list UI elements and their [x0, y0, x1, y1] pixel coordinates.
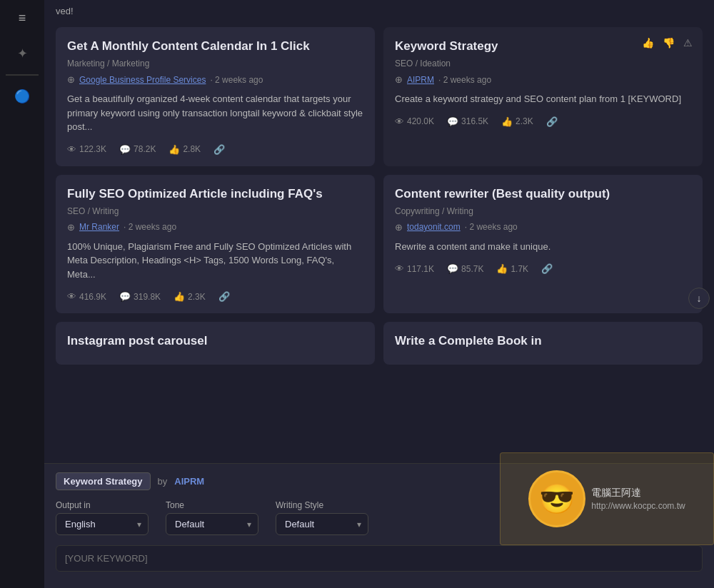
cards-grid: Get A Monthly Content Calendar In 1 Clic…	[56, 27, 703, 313]
main-area: ved! Get A Monthly Content Calendar In 1…	[44, 0, 714, 588]
card-4-title: Content rewriter (Best quality output)	[395, 186, 691, 202]
card-2-description: Create a keyword strategy and SEO conten…	[395, 92, 691, 106]
card-2-stats: 👁 420.0K 💬 316.5K 👍 2.3K 🔗	[395, 116, 691, 127]
eye-icon-2: 👁	[395, 116, 404, 127]
card-2-meta-link[interactable]: AIPRM	[407, 75, 434, 85]
card-3-meta-link[interactable]: Mr Ranker	[79, 222, 119, 232]
by-label: by	[158, 476, 168, 487]
globe-icon-2: ⊕	[395, 74, 403, 85]
output-in-select[interactable]: English Spanish French German	[56, 513, 149, 535]
output-select-wrapper: English Spanish French German	[56, 513, 149, 535]
thumbup-button[interactable]: 👍	[640, 36, 655, 50]
top-bar-text: ved!	[56, 6, 74, 16]
card-3-stats: 👁 416.9K 💬 319.8K 👍 2.3K 🔗	[67, 291, 363, 302]
chat-icon-1: 💬	[119, 144, 131, 155]
card-4-views: 👁 117.1K	[395, 263, 434, 274]
card-keyword-strategy[interactable]: 👍 👎 ⚠ Keyword Strategy SEO / Ideation ⊕ …	[383, 27, 703, 166]
card-2-comments: 💬 316.5K	[447, 116, 488, 127]
card-monthly-content[interactable]: Get A Monthly Content Calendar In 1 Clic…	[56, 27, 375, 166]
writing-style-label: Writing Style	[276, 500, 368, 510]
keyword-input[interactable]	[56, 545, 703, 572]
writing-style-select[interactable]: Default Academic Creative Persuasive	[276, 513, 368, 535]
tone-group: Tone Default Formal Casual Humorous	[166, 500, 258, 535]
card-1-meta-time: · 2 weeks ago	[210, 75, 263, 85]
card-4-meta-time: · 2 weeks ago	[465, 222, 518, 232]
card-4-description: Rewrite a content and make it unique.	[395, 240, 691, 254]
card-1-category: Marketing / Marketing	[67, 59, 363, 69]
writing-style-select-wrapper: Default Academic Creative Persuasive	[276, 513, 368, 535]
card-1-meta: ⊕ Google Business Profile Services · 2 w…	[67, 74, 363, 85]
card-3-category: SEO / Writing	[67, 206, 363, 216]
tone-select[interactable]: Default Formal Casual Humorous	[166, 513, 258, 535]
sidebar-item-2[interactable]: ✦	[0, 36, 44, 71]
keyword-strategy-badge: Keyword Strategy	[56, 472, 151, 490]
card-4-meta: ⊕ todayonit.com · 2 weeks ago	[395, 222, 691, 233]
thumb-icon-4: 👍	[496, 263, 508, 274]
chevron-down-icon: ↓	[697, 293, 702, 304]
card-seo-article[interactable]: Fully SEO Optimized Article including FA…	[56, 175, 375, 314]
chat-icon-3: 💬	[119, 291, 131, 302]
link-icon-3: 🔗	[218, 291, 230, 302]
card-3-meta-time: · 2 weeks ago	[124, 222, 176, 232]
tone-select-wrapper: Default Formal Casual Humorous	[166, 513, 258, 535]
chat-icon-4: 💬	[447, 263, 458, 274]
card-1-link: 🔗	[213, 144, 225, 155]
flag-button[interactable]: ⚠	[682, 36, 694, 50]
card-3-link: 🔗	[218, 291, 230, 302]
globe-icon-1: ⊕	[67, 74, 75, 85]
top-bar: ved!	[44, 0, 714, 21]
partial-card-2-title: Write a Complete Book in	[395, 333, 691, 349]
card-3-comments: 💬 319.8K	[119, 291, 161, 302]
output-in-label: Output in	[56, 500, 149, 510]
card-2-category: SEO / Ideation	[395, 59, 691, 69]
cards-area: Get A Monthly Content Calendar In 1 Clic…	[44, 21, 714, 463]
card-3-description: 100% Unique, Plagiarism Free and Fully S…	[67, 240, 363, 282]
output-in-group: Output in English Spanish French German	[56, 500, 149, 535]
globe-icon-4: ⊕	[395, 222, 403, 233]
scroll-down-button[interactable]: ↓	[688, 288, 710, 309]
card-1-title: Get A Monthly Content Calendar In 1 Clic…	[67, 39, 363, 54]
card-2-meta-time: · 2 weeks ago	[438, 75, 491, 85]
sidebar-item-1[interactable]: ≡	[0, 0, 44, 36]
form-row: Output in English Spanish French German …	[56, 500, 703, 535]
aiprm-link[interactable]: AIPRM	[174, 476, 204, 487]
link-icon-4: 🔗	[541, 263, 553, 274]
thumb-icon-2: 👍	[501, 116, 513, 127]
sidebar: ≡ ✦ 🔵	[0, 0, 44, 588]
card-1-views: 👁 122.3K	[67, 144, 106, 155]
link-icon-2: 🔗	[546, 116, 558, 127]
thumb-icon-3: 👍	[174, 291, 185, 302]
cards-scroll-area: Get A Monthly Content Calendar In 1 Clic…	[56, 27, 703, 365]
sidebar-item-3[interactable]: 🔵	[0, 78, 44, 114]
writing-style-group: Writing Style Default Academic Creative …	[276, 500, 368, 535]
card-4-comments: 💬 85.7K	[447, 263, 483, 274]
card-1-meta-link[interactable]: Google Business Profile Services	[79, 75, 206, 85]
card-4-stats: 👁 117.1K 💬 85.7K 👍 1.7K 🔗	[395, 263, 691, 274]
card-3-likes: 👍 2.3K	[174, 291, 206, 302]
card-2-meta: ⊕ AIPRM · 2 weeks ago	[395, 74, 691, 85]
card-2-likes: 👍 2.3K	[501, 116, 533, 127]
partial-cards-row: Instagram post carousel Write a Complete…	[56, 322, 703, 365]
card-4-meta-link[interactable]: todayonit.com	[407, 222, 461, 232]
card-4-likes: 👍 1.7K	[496, 263, 528, 274]
card-1-comments: 💬 78.2K	[119, 144, 156, 155]
partial-card-book[interactable]: Write a Complete Book in	[383, 322, 703, 365]
eye-icon-1: 👁	[67, 144, 76, 155]
card-3-views: 👁 416.9K	[67, 291, 106, 302]
chat-icon-2: 💬	[447, 116, 458, 127]
link-icon-1: 🔗	[213, 144, 225, 155]
thumbdown-button[interactable]: 👎	[661, 36, 676, 50]
card-1-stats: 👁 122.3K 💬 78.2K 👍 2.8K 🔗	[67, 144, 363, 155]
eye-icon-3: 👁	[67, 291, 76, 302]
card-1-likes: 👍 2.8K	[169, 144, 201, 155]
eye-icon-4: 👁	[395, 263, 404, 274]
thumb-icon-1: 👍	[169, 144, 180, 155]
card-2-actions: 👍 👎 ⚠	[640, 36, 694, 50]
partial-card-instagram[interactable]: Instagram post carousel	[56, 322, 375, 365]
card-content-rewriter[interactable]: Content rewriter (Best quality output) C…	[383, 175, 703, 314]
tone-label: Tone	[166, 500, 258, 510]
card-3-meta: ⊕ Mr Ranker · 2 weeks ago	[67, 222, 363, 233]
panel-header: Keyword Strategy by AIPRM	[56, 472, 703, 490]
card-3-title: Fully SEO Optimized Article including FA…	[67, 186, 363, 202]
card-4-category: Copywriting / Writing	[395, 206, 691, 216]
